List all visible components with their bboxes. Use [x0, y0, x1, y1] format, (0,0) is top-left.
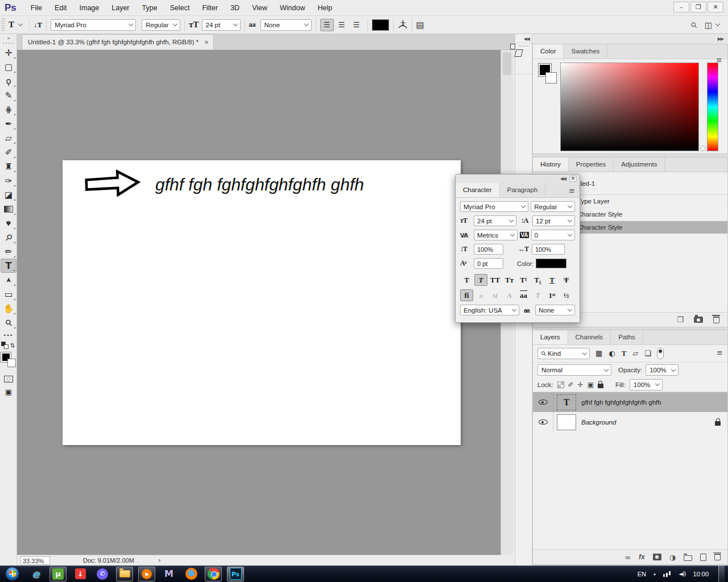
- font-family-select[interactable]: Myriad Pro: [51, 19, 136, 31]
- scrollbar-thumb[interactable]: [503, 52, 511, 75]
- collapsed-panel-button[interactable]: [515, 43, 532, 74]
- taskbar-kmplayer[interactable]: M: [160, 567, 177, 581]
- superscript-button[interactable]: T¹: [517, 274, 530, 286]
- layer-row-background[interactable]: Background: [533, 412, 727, 432]
- new-layer-icon[interactable]: [700, 554, 706, 561]
- clone-stamp-tool[interactable]: ♜: [1, 159, 16, 173]
- new-snapshot-icon[interactable]: [694, 317, 703, 323]
- show-desktop-button[interactable]: [718, 566, 725, 582]
- leading-select[interactable]: 12 pt: [532, 215, 575, 226]
- underline-button[interactable]: T: [545, 274, 559, 286]
- titling-alternates-button[interactable]: T: [531, 289, 544, 301]
- gradient-tool[interactable]: [1, 202, 16, 216]
- menu-item[interactable]: Filter: [196, 0, 224, 16]
- taskbar-media-player[interactable]: ▶: [138, 567, 155, 581]
- tab-adjustments[interactable]: Adjustments: [614, 157, 665, 172]
- menu-item[interactable]: 3D: [224, 0, 246, 16]
- pen-tool[interactable]: ✏: [1, 244, 16, 259]
- color-panel-menu-icon[interactable]: ≡: [716, 56, 722, 64]
- stylistic-alternates-button[interactable]: aa: [517, 289, 530, 301]
- char-font-family-select[interactable]: Myriad Pro: [460, 201, 528, 212]
- zoom-tool[interactable]: ⚲: [1, 315, 16, 330]
- delete-layer-icon[interactable]: [714, 554, 721, 560]
- expand-tools-icon[interactable]: »: [0, 34, 16, 41]
- subscript-button[interactable]: T₁: [531, 274, 544, 286]
- spot-healing-brush-tool[interactable]: ▱: [1, 131, 16, 145]
- menu-item[interactable]: Layer: [105, 0, 135, 16]
- tab-properties[interactable]: Properties: [569, 157, 614, 172]
- minimize-button[interactable]: –: [673, 2, 689, 13]
- char-font-style-select[interactable]: Regular: [531, 201, 575, 212]
- layer-name[interactable]: Background: [581, 419, 616, 426]
- align-center-button[interactable]: ☰: [335, 19, 349, 31]
- quick-selection-tool[interactable]: ✎: [1, 88, 16, 102]
- menu-item[interactable]: Select: [164, 0, 196, 16]
- layer-style-icon[interactable]: fx: [639, 553, 645, 561]
- add-layer-mask-icon[interactable]: [653, 554, 661, 560]
- opacity-select[interactable]: 100%: [646, 364, 679, 376]
- font-style-select[interactable]: Regular: [142, 19, 180, 31]
- baseline-shift-field[interactable]: 0 pt: [474, 258, 503, 269]
- menu-item[interactable]: Edit: [48, 0, 73, 16]
- filter-kind-select[interactable]: ⚲ Kind: [537, 348, 590, 359]
- menu-item[interactable]: Type: [136, 0, 164, 16]
- start-button[interactable]: [5, 567, 19, 581]
- document-tab[interactable]: Untitled-1 @ 33.3% (gfhf fgh fghfghfghfg…: [22, 34, 214, 49]
- collapse-dock-icon[interactable]: ▶▶: [532, 34, 728, 44]
- anti-alias-select[interactable]: None: [260, 19, 312, 31]
- toggle-panels-icon[interactable]: ▤: [416, 20, 424, 30]
- default-colors-icon[interactable]: [1, 342, 9, 349]
- swap-colors-icon[interactable]: ⇄: [10, 343, 16, 347]
- align-left-button[interactable]: ☰: [320, 19, 334, 31]
- edit-toolbar-icon[interactable]: •••: [0, 333, 16, 338]
- faux-bold-button[interactable]: T: [460, 274, 473, 286]
- dodge-tool[interactable]: ⚲: [1, 230, 16, 244]
- vertical-scale-field[interactable]: 100%: [474, 244, 503, 255]
- path-selection-tool[interactable]: ➤: [1, 273, 16, 287]
- tab-paths[interactable]: Paths: [611, 330, 643, 344]
- adjustment-layer-icon[interactable]: ◑: [669, 553, 676, 562]
- tab-swatches[interactable]: Swatches: [564, 44, 607, 59]
- strikethrough-button[interactable]: T: [560, 274, 573, 286]
- lock-artboard-icon[interactable]: ▣: [588, 381, 594, 389]
- tab-color[interactable]: Color: [533, 44, 564, 59]
- taskbar-chrome[interactable]: [205, 567, 222, 581]
- filter-adjustment-layers-icon[interactable]: ◐: [609, 349, 615, 358]
- color-panel-swatches[interactable]: [539, 64, 559, 85]
- all-caps-button[interactable]: TT: [489, 274, 502, 286]
- background-layer-thumbnail[interactable]: [557, 414, 576, 430]
- text-layer-thumbnail[interactable]: T: [557, 394, 576, 410]
- rectangular-marquee-tool[interactable]: ▢: [1, 60, 16, 74]
- clock[interactable]: 10:00: [693, 571, 709, 577]
- faux-italic-button[interactable]: T: [474, 274, 487, 286]
- taskbar-downloader[interactable]: ↓: [72, 567, 89, 581]
- taskbar-viber[interactable]: ✆: [94, 567, 111, 581]
- layer-visibility-icon[interactable]: [539, 419, 548, 425]
- type-tool[interactable]: T: [1, 259, 16, 273]
- taskbar-explorer[interactable]: [116, 567, 133, 581]
- saturation-brightness-field[interactable]: [560, 63, 699, 151]
- eyedropper-tool[interactable]: ✒: [1, 117, 16, 131]
- foreground-background-swatches[interactable]: [1, 352, 16, 367]
- menu-item[interactable]: File: [24, 0, 48, 16]
- tracking-select[interactable]: 0: [531, 230, 575, 240]
- filter-shape-layers-icon[interactable]: ▱: [632, 349, 638, 358]
- tab-history[interactable]: History: [533, 157, 569, 172]
- taskbar-firefox[interactable]: [183, 567, 200, 581]
- font-size-select[interactable]: 24 pt: [202, 19, 241, 31]
- filter-smart-objects-icon[interactable]: ❏: [644, 349, 651, 358]
- swash-button[interactable]: A: [503, 289, 516, 301]
- contextual-alternates-button[interactable]: ℴ: [474, 289, 487, 301]
- tab-channels[interactable]: Channels: [568, 330, 611, 344]
- canvas-area[interactable]: gfhf fgh fghfghfghfghfh ghfh: [17, 50, 500, 555]
- restore-button[interactable]: ❐: [690, 2, 706, 13]
- taskbar-utorrent[interactable]: µ: [49, 567, 67, 581]
- text-orientation-icon[interactable]: ↓T: [34, 20, 42, 30]
- layer-name[interactable]: gfhf fgh fghfghfghfghfh ghfh: [581, 399, 661, 406]
- lock-transparency-icon[interactable]: [557, 381, 564, 388]
- tab-paragraph[interactable]: Paragraph: [500, 183, 546, 197]
- fractions-button[interactable]: ½: [560, 289, 573, 301]
- tab-character[interactable]: Character: [456, 183, 500, 197]
- arrow-shape[interactable]: [84, 169, 141, 199]
- delete-state-icon[interactable]: [713, 317, 719, 323]
